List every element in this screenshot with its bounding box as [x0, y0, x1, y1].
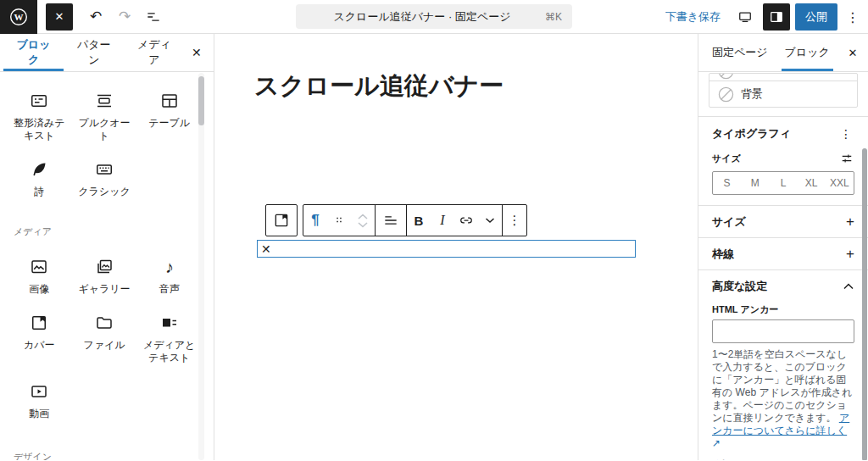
- link-icon: [458, 212, 475, 229]
- block-item-label: ギャラリー: [78, 283, 130, 296]
- panel-size[interactable]: サイズ +: [698, 205, 868, 237]
- sliders-icon: [839, 151, 854, 166]
- redo-icon: ↷: [119, 8, 131, 25]
- color-row-background[interactable]: 背景: [709, 81, 857, 107]
- block-item-label: 音声: [159, 283, 180, 296]
- block-item-label: 動画: [29, 408, 49, 420]
- settings-scrollbar-thumb[interactable]: [862, 148, 867, 460]
- block-item-audio[interactable]: ♪ 音声: [136, 245, 202, 301]
- link-button[interactable]: [454, 205, 478, 236]
- more-formatting-button[interactable]: [478, 205, 502, 236]
- settings-sidebar-toggle[interactable]: [763, 3, 790, 31]
- editor-workspace: ブロック パターン メディア ✕ 整形済みテキスト プルクオート: [0, 34, 868, 460]
- panel-border[interactable]: 枠線 +: [698, 237, 868, 269]
- block-item-label: プルクオート: [74, 117, 136, 142]
- preview-button[interactable]: [732, 3, 758, 31]
- font-size-l[interactable]: L: [769, 172, 797, 194]
- block-item-label: ファイル: [83, 339, 125, 352]
- block-mover[interactable]: [351, 205, 375, 236]
- no-color-icon: [718, 86, 734, 103]
- block-item-verse[interactable]: 詩: [7, 147, 72, 203]
- document-title-bar[interactable]: スクロール追従バナー · 固定ページ ⌘K: [296, 4, 572, 29]
- kebab-icon: ⋮: [509, 213, 521, 228]
- block-item-media-text[interactable]: メディアとテキスト: [136, 301, 202, 369]
- font-size-label: サイズ: [712, 153, 741, 165]
- close-settings-button[interactable]: ✕: [841, 41, 865, 64]
- post-title[interactable]: スクロール追従バナー: [254, 69, 504, 103]
- sidebar-panel-icon: [768, 8, 785, 25]
- no-color-icon: [718, 74, 734, 80]
- color-row-text[interactable]: [709, 74, 857, 81]
- editor-canvas: スクロール追従バナー ¶: [214, 34, 698, 460]
- block-item-label: クラシック: [78, 186, 130, 198]
- font-size-xl[interactable]: XL: [798, 172, 826, 194]
- block-item-preformatted[interactable]: 整形済みテキスト: [7, 79, 72, 147]
- close-icon: ✕: [55, 10, 64, 23]
- pullquote-icon: [94, 90, 114, 112]
- block-item-pullquote[interactable]: プルクオート: [72, 79, 137, 147]
- block-type-grid: 整形済みテキスト プルクオート テーブル 詩: [0, 72, 214, 203]
- font-size-s[interactable]: S: [713, 172, 741, 194]
- bold-button[interactable]: B: [407, 205, 431, 236]
- background-color-label: 背景: [741, 86, 763, 102]
- html-anchor-input[interactable]: [712, 319, 854, 343]
- block-content: ✕: [261, 243, 271, 255]
- options-menu-button[interactable]: ⋮: [843, 3, 863, 31]
- font-size-settings-button[interactable]: [839, 151, 854, 166]
- block-item-label: カバー: [24, 339, 55, 352]
- tab-patterns[interactable]: パターン: [64, 34, 124, 71]
- chevron-down-icon: [484, 214, 496, 226]
- external-link-icon: ↗: [712, 437, 721, 449]
- inserter-scrollbar[interactable]: [198, 73, 204, 460]
- close-icon: ✕: [192, 46, 202, 59]
- select-parent-cover-button[interactable]: [266, 205, 297, 236]
- block-item-file[interactable]: ファイル: [72, 301, 137, 369]
- align-button[interactable]: [376, 205, 406, 236]
- block-item-gallery[interactable]: ギャラリー: [72, 245, 137, 301]
- tab-block[interactable]: ブロック: [776, 34, 838, 71]
- close-inserter-x-button[interactable]: ✕: [185, 39, 209, 66]
- publish-button[interactable]: 公開: [795, 3, 837, 31]
- undo-redo-group: ↶ ↷: [83, 3, 166, 31]
- redo-button[interactable]: ↷: [112, 3, 137, 31]
- section-header-design: デザイン: [0, 451, 214, 460]
- settings-sidebar: 固定ページ ブロック ✕ 背景 タイポグラフィ: [698, 34, 868, 460]
- inserter-scrollbar-thumb[interactable]: [198, 76, 204, 125]
- image-icon: [29, 256, 49, 278]
- media-text-icon: [159, 312, 180, 334]
- block-item-image[interactable]: 画像: [7, 245, 72, 301]
- document-title: スクロール追従バナー · 固定ページ: [306, 9, 538, 25]
- italic-button[interactable]: I: [431, 205, 454, 236]
- panel-advanced[interactable]: 高度な設定: [698, 269, 868, 302]
- selected-paragraph-block[interactable]: ✕: [257, 240, 636, 258]
- block-item-label: メディアとテキスト: [138, 339, 200, 364]
- block-item-video[interactable]: 動画: [7, 369, 72, 425]
- tab-blocks[interactable]: ブロック: [3, 34, 64, 71]
- paragraph-block-button[interactable]: ¶: [303, 205, 327, 236]
- block-options-button[interactable]: ⋮: [503, 205, 526, 236]
- block-item-table[interactable]: テーブル: [136, 79, 202, 147]
- font-size-m[interactable]: M: [741, 172, 769, 194]
- block-item-classic[interactable]: クラシック: [72, 147, 137, 203]
- tab-page[interactable]: 固定ページ: [704, 34, 776, 71]
- tab-media[interactable]: メディア: [124, 34, 184, 71]
- list-view-button[interactable]: [141, 3, 166, 31]
- plus-icon: +: [846, 246, 854, 263]
- block-item-cover[interactable]: カバー: [7, 301, 72, 369]
- block-item-label: テーブル: [148, 117, 190, 130]
- close-inserter-button[interactable]: ✕: [46, 3, 73, 31]
- drag-handle[interactable]: [327, 205, 351, 236]
- font-size-segmented-control: S M L XL XXL: [712, 171, 854, 195]
- cover-icon: [29, 312, 49, 334]
- typography-options-button[interactable]: ⋮: [837, 127, 854, 141]
- cover-block-icon: [272, 211, 291, 230]
- topbar-actions: 下書き保存 公開 ⋮: [659, 0, 863, 34]
- additional-css-label: 追加 CSS クラス: [712, 458, 854, 460]
- inserter-tabs: ブロック パターン メディア ✕: [0, 34, 214, 72]
- font-size-xxl[interactable]: XXL: [826, 172, 854, 194]
- save-draft-button[interactable]: 下書き保存: [659, 9, 727, 25]
- wordpress-logo[interactable]: W: [0, 0, 37, 34]
- svg-text:W: W: [14, 12, 24, 22]
- undo-button[interactable]: ↶: [83, 3, 108, 31]
- desktop-icon: [737, 8, 754, 25]
